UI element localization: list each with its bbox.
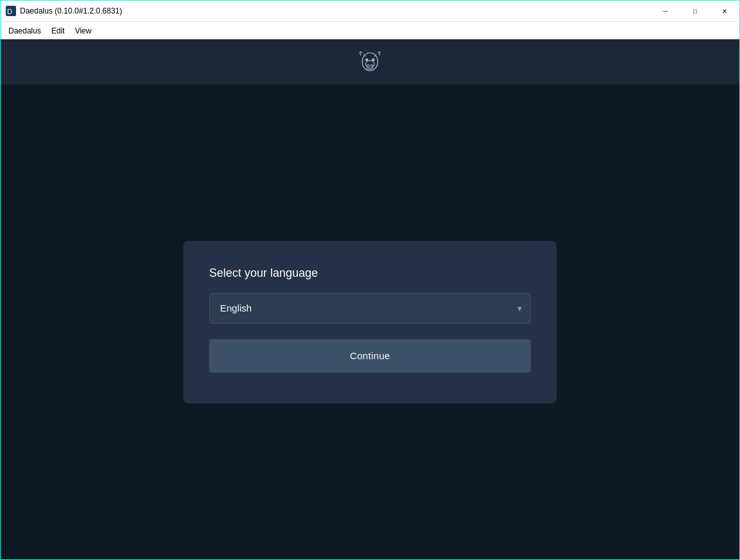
- menu-bar: Daedalus Edit View: [1, 21, 739, 39]
- language-dialog: Select your language English Japanese Ko…: [183, 241, 557, 404]
- dialog-title: Select your language: [209, 266, 531, 280]
- language-select[interactable]: English Japanese Korean Chinese Simplifi…: [209, 293, 531, 324]
- svg-point-3: [365, 61, 375, 68]
- app-icon: D: [6, 6, 16, 16]
- svg-point-4: [367, 65, 369, 67]
- minimize-button[interactable]: ─: [651, 1, 680, 21]
- svg-point-9: [373, 59, 374, 61]
- daedalus-logo: [356, 48, 384, 76]
- menu-item-daedalus[interactable]: Daedalus: [3, 24, 46, 38]
- menu-item-view[interactable]: View: [69, 24, 97, 38]
- maximize-button[interactable]: □: [680, 1, 710, 21]
- window-frame: D Daedalus (0.10.0#1.2.0.6831) ─ □ ✕ Dae…: [0, 0, 740, 560]
- language-select-wrapper: English Japanese Korean Chinese Simplifi…: [209, 293, 531, 324]
- title-bar: D Daedalus (0.10.0#1.2.0.6831) ─ □ ✕: [1, 1, 739, 21]
- svg-point-5: [371, 65, 373, 67]
- close-button[interactable]: ✕: [710, 1, 739, 21]
- continue-button[interactable]: Continue: [209, 339, 531, 373]
- svg-point-8: [366, 59, 367, 61]
- app-body: Select your language English Japanese Ko…: [1, 84, 739, 559]
- svg-text:D: D: [7, 8, 12, 15]
- window-controls: ─ □ ✕: [651, 1, 739, 21]
- window-title: Daedalus (0.10.0#1.2.0.6831): [20, 6, 734, 15]
- app-header: [1, 39, 739, 84]
- menu-item-edit[interactable]: Edit: [46, 24, 70, 38]
